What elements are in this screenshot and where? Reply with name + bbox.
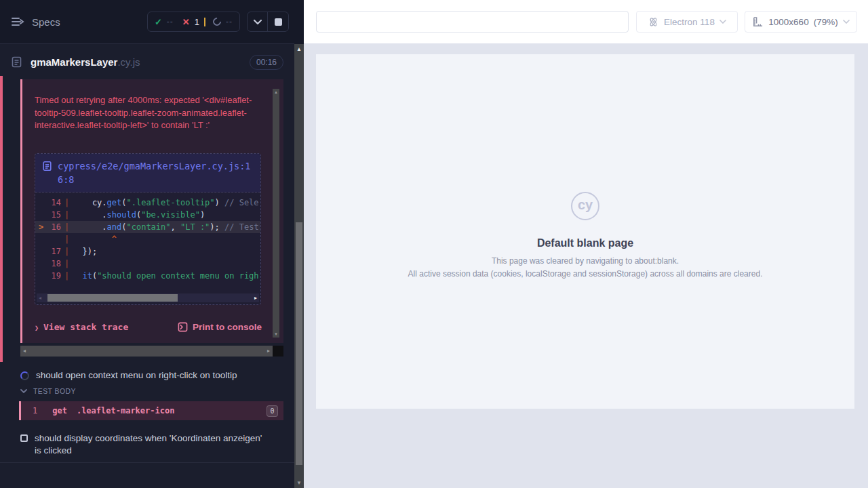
code-lines: 14| cy.get(".leaflet-tooltip") // Sele15… — [35, 192, 260, 282]
command-method: get — [52, 406, 67, 415]
scroll-left-icon[interactable]: ◂ — [23, 346, 26, 357]
spec-name: gmaMarkersLayer — [31, 56, 117, 68]
code-horizontal-scrollbar[interactable]: ◂ ▸ — [37, 293, 259, 302]
failed-test-strip — [0, 76, 3, 362]
error-vertical-scrollbar[interactable]: ▴ ▾ — [273, 89, 279, 338]
scrollbar-corner — [273, 346, 283, 357]
code-line: 19| it("should open context menu on righ — [35, 270, 260, 282]
url-input[interactable] — [316, 11, 629, 33]
code-line: 14| cy.get(".leaflet-tooltip") // Sele — [35, 197, 260, 209]
file-icon — [42, 161, 52, 171]
print-to-console-link[interactable]: Print to console — [178, 322, 262, 332]
spec-duration-badge: 00:16 — [250, 55, 283, 70]
scroll-thumb[interactable] — [47, 294, 178, 302]
test-item-coordinates[interactable]: should display coordinates when 'Koordin… — [0, 432, 294, 457]
blank-page-line2: All active session data (cookies, localS… — [316, 269, 854, 279]
chevron-down-icon — [20, 389, 27, 393]
chevron-right-icon: ❯ — [35, 324, 39, 331]
pending-square-icon — [20, 434, 28, 442]
sidebar-scrollbar[interactable]: ▲ ▼ — [294, 44, 304, 488]
test-title: should display coordinates when 'Koordin… — [35, 432, 262, 457]
scroll-right-icon[interactable]: ▸ — [254, 293, 257, 302]
code-line: 18| — [35, 258, 260, 270]
passed-check-icon: ✓ — [155, 17, 162, 27]
test-item-context-menu[interactable]: should open context menu on right-click … — [0, 369, 294, 382]
browser-stage: Electron 118 1000x660 (79%) — [304, 0, 868, 488]
test-body-label: TEST BODY — [33, 387, 76, 395]
scroll-down-icon[interactable]: ▾ — [273, 331, 279, 337]
chevron-down-icon — [843, 20, 850, 24]
scroll-thumb[interactable] — [296, 222, 302, 465]
stop-button[interactable] — [268, 12, 288, 31]
error-horizontal-scrollbar[interactable]: ◂ ▸ — [20, 346, 273, 357]
running-spinner-icon — [20, 371, 29, 380]
viewport-zoom: (79%) — [814, 17, 838, 27]
spec-file-icon — [11, 56, 22, 68]
code-line: >16| .and("contain", "LT :"); // Test — [35, 221, 260, 233]
command-number: 1 — [33, 406, 37, 415]
view-stack-trace-link[interactable]: ❯View stack trace — [35, 322, 128, 332]
code-frame: cypress/e2e/gmaMarkersLayer.cy.js:16:8 1… — [35, 153, 261, 305]
electron-icon — [648, 16, 659, 28]
failed-x-icon: ✕ — [182, 17, 190, 27]
reporter-sidebar: Specs ✓ -- ✕ 1 -- — [0, 0, 294, 488]
blank-page-card: cy Default blank page This page was clea… — [316, 54, 854, 409]
blank-page-line1: This page was cleared by navigating to a… — [316, 256, 854, 266]
scroll-left-icon[interactable]: ◂ — [39, 293, 41, 302]
cypress-app: Specs ✓ -- ✕ 1 -- — [0, 0, 868, 488]
sidebar-scrollbar-rail: ▲ ▼ — [294, 0, 304, 488]
error-message: Timed out retrying after 4000ms: expecte… — [35, 94, 258, 132]
chevron-down-icon — [719, 20, 726, 24]
stats-group: ✓ -- ✕ 1 -- — [147, 12, 240, 32]
test-title: should open context menu on right-click … — [36, 369, 237, 382]
spec-row[interactable]: gmaMarkersLayer.cy.js 00:16 — [0, 45, 294, 79]
passed-count: -- — [167, 17, 174, 26]
scroll-down-icon[interactable]: ▼ — [294, 480, 304, 486]
collapse-button[interactable] — [248, 12, 268, 31]
error-panel: Timed out retrying after 4000ms: expecte… — [20, 79, 283, 343]
browser-toolbar: Electron 118 1000x660 (79%) — [304, 0, 868, 43]
browser-select-button[interactable]: Electron 118 — [636, 11, 738, 33]
scroll-up-icon[interactable]: ▴ — [273, 89, 279, 95]
blank-page-title: Default blank page — [316, 237, 854, 249]
error-file-link[interactable]: cypress/e2e/gmaMarkersLayer.cy.js:16:8 — [58, 159, 253, 186]
viewport-select-button[interactable]: 1000x660 (79%) — [745, 11, 857, 33]
cypress-logo: cy — [571, 192, 599, 220]
command-count-badge: 0 — [267, 405, 278, 417]
reporter-header: Specs ✓ -- ✕ 1 -- — [0, 0, 294, 44]
sidebar-divider — [0, 462, 294, 463]
command-row[interactable]: 1 get .leaflet-marker-icon 0 — [19, 401, 283, 420]
pending-ring-icon — [212, 16, 223, 28]
scroll-up-icon[interactable]: ▲ — [294, 46, 304, 52]
code-line: 17| }); — [35, 245, 260, 258]
error-actions: ❯View stack trace Print to console — [35, 322, 262, 332]
failed-count: 1 — [195, 17, 199, 27]
pending-count: -- — [226, 17, 233, 26]
console-icon — [178, 322, 188, 332]
code-frame-header[interactable]: cypress/e2e/gmaMarkersLayer.cy.js:16:8 — [35, 154, 260, 192]
cursor-bar — [204, 18, 205, 26]
code-line: | ^ — [35, 233, 260, 245]
command-selector: .leaflet-marker-icon — [77, 406, 175, 415]
spec-extension: .cy.js — [117, 56, 140, 68]
header-buttons — [247, 12, 289, 32]
specs-menu-icon[interactable] — [11, 16, 24, 27]
test-body-toggle[interactable]: TEST BODY — [0, 387, 294, 395]
specs-title: Specs — [32, 16, 60, 28]
browser-label: Electron 118 — [664, 17, 715, 27]
stop-icon — [275, 18, 282, 26]
ruler-icon — [752, 16, 764, 28]
aut-canvas: cy Default blank page This page was clea… — [304, 43, 868, 488]
scroll-right-icon[interactable]: ▸ — [267, 346, 270, 357]
code-line: 15| .should("be.visible") — [35, 209, 260, 221]
viewport-size: 1000x660 — [768, 17, 808, 27]
